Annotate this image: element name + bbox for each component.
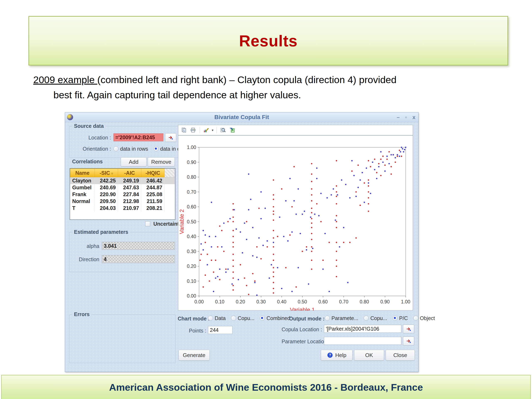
data-point: [336, 251, 337, 252]
data-point: [233, 254, 234, 255]
column-header-hqic[interactable]: -HQIC: [141, 169, 165, 177]
estimated-parameters-label: Estimated parameters: [72, 229, 130, 235]
cell: [165, 184, 175, 191]
restore-icon[interactable]: ▫: [405, 114, 407, 120]
close-icon[interactable]: x: [412, 114, 415, 120]
data-point: [242, 252, 243, 253]
correlations-table[interactable]: Name-SIC▿-AIC-HQIC Clayton242.25249.1924…: [70, 168, 175, 220]
data-point: [273, 206, 274, 208]
y-tick-label: 0.10: [187, 279, 196, 284]
cell: 244.87: [141, 184, 165, 191]
data-point: [252, 255, 253, 257]
dropdown-caret-icon[interactable]: ▾: [212, 128, 213, 132]
data-point: [225, 268, 227, 270]
data-point: [316, 178, 317, 179]
dialog-titlebar[interactable]: Bivariate Copula Fit – ▫ x: [65, 112, 418, 122]
add-button[interactable]: Add: [121, 157, 146, 166]
data-point: [213, 291, 214, 292]
radio-pc[interactable]: [393, 316, 398, 321]
radio-datainrows[interactable]: [114, 146, 119, 151]
radio-combined[interactable]: [260, 316, 265, 321]
cell: 227.84: [118, 191, 141, 198]
points-input[interactable]: 244: [208, 326, 233, 334]
radio-copu[interactable]: [231, 316, 236, 321]
column-header-aic[interactable]: -AIC: [118, 169, 141, 177]
uncertainty-control[interactable]: Uncertainty: [145, 221, 182, 227]
uncertainty-checkbox[interactable]: [145, 221, 150, 226]
column-header-sic[interactable]: -SIC▿: [95, 169, 118, 177]
data-point: [343, 227, 345, 228]
ok-button[interactable]: OK: [354, 350, 384, 361]
data-point: [311, 222, 312, 224]
radio-dataincolumns[interactable]: [154, 146, 158, 151]
data-point: [260, 258, 262, 260]
close-button[interactable]: Close: [386, 350, 415, 361]
generate-button[interactable]: Generate: [178, 350, 210, 361]
data-point: [311, 268, 312, 270]
data-point: [293, 166, 295, 167]
data-point: [281, 188, 282, 190]
radio-label: data in rows: [120, 146, 148, 152]
data-point: [343, 242, 345, 243]
data-point: [314, 213, 316, 215]
radio-paramete[interactable]: [325, 316, 330, 321]
data-point: [296, 213, 297, 215]
radio-object[interactable]: [413, 316, 418, 321]
data-point: [233, 242, 234, 243]
radio-copu[interactable]: [364, 316, 369, 321]
table-header-row[interactable]: Name-SIC▿-AIC-HQIC: [70, 169, 175, 177]
location-range-picker-button[interactable]: [165, 133, 176, 142]
chart-edit-icon[interactable]: [203, 127, 210, 134]
data-point: [258, 237, 260, 239]
table-row-gumbel[interactable]: Gumbel240.69247.63244.87: [70, 184, 175, 191]
y-tick-label: 1.00: [187, 145, 196, 150]
data-point: [262, 245, 264, 246]
data-point: [364, 182, 365, 184]
x-tick-label: 0.60: [318, 299, 328, 304]
export-chart-icon[interactable]: [228, 127, 236, 134]
table-row-normal[interactable]: Normal209.50212.98211.59: [70, 198, 175, 205]
chart-mode-label: Chart mode :: [178, 316, 210, 322]
data-point: [260, 218, 262, 219]
data-point: [311, 194, 312, 196]
help-button[interactable]: ? Help: [321, 350, 352, 361]
data-point: [267, 246, 268, 248]
print-icon[interactable]: [190, 127, 196, 134]
zoom-icon[interactable]: [219, 127, 227, 134]
parameter-location-input[interactable]: [324, 337, 401, 345]
data-point: [368, 210, 369, 212]
radio-data[interactable]: [208, 316, 213, 321]
data-point: [215, 278, 216, 279]
data-point: [370, 166, 371, 167]
scatter-chart[interactable]: 0.000.100.200.300.400.500.600.700.800.90…: [178, 135, 413, 311]
data-point: [205, 242, 206, 243]
range-select-icon: [406, 326, 411, 332]
table-row-t[interactable]: T204.03210.97208.21: [70, 205, 175, 212]
minimize-icon[interactable]: –: [397, 114, 400, 120]
direction-label: Direction: [79, 256, 99, 262]
radio-label: Paramete...: [331, 315, 358, 321]
cell: 225.08: [141, 191, 165, 198]
data-point: [209, 280, 210, 282]
data-point: [397, 156, 398, 157]
copy-icon[interactable]: [180, 127, 187, 134]
data-point: [271, 264, 272, 266]
copula-location-input[interactable]: '[Parker.xls]2004'!G106: [324, 325, 401, 333]
cell: [165, 205, 175, 212]
column-header-name[interactable]: Name: [70, 169, 95, 177]
remove-button[interactable]: Remove: [148, 157, 175, 166]
cell: 211.59: [141, 198, 165, 205]
data-point: [318, 215, 320, 216]
data-point: [368, 185, 369, 187]
table-row-frank[interactable]: Frank220.90227.84225.08: [70, 191, 175, 198]
slide: { "slide": { "title": "Results", "body":…: [0, 0, 532, 399]
copula-location-range-picker-button[interactable]: [403, 325, 414, 333]
location-input[interactable]: ='2009'!A2:B245: [114, 133, 163, 141]
table-row-clayton[interactable]: Clayton242.25249.19246.42: [70, 177, 175, 184]
y-tick-label: 0.30: [187, 249, 196, 254]
data-point: [366, 167, 367, 169]
cell: Frank: [70, 191, 95, 198]
x-tick-label: 0.80: [360, 299, 369, 304]
data-point: [244, 278, 245, 279]
parameter-location-range-picker-button[interactable]: [403, 337, 414, 345]
